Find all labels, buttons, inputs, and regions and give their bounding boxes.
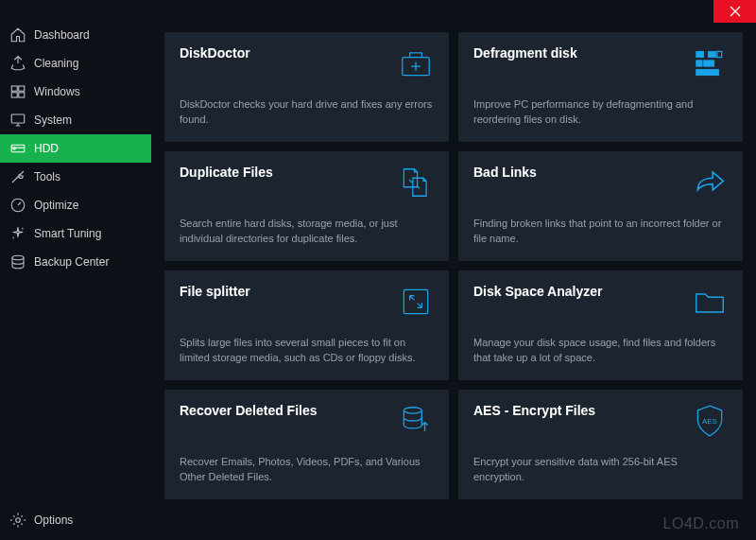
sidebar-item-label: Dashboard: [34, 28, 90, 42]
svg-rect-1: [19, 86, 25, 91]
svg-point-8: [12, 255, 24, 260]
svg-rect-13: [696, 61, 702, 66]
card-desc: Finding broken links that point to an in…: [473, 217, 728, 246]
card-desc: DiskDoctor checks your hard drive and fi…: [180, 97, 434, 127]
svg-rect-4: [11, 114, 25, 123]
svg-point-9: [16, 518, 21, 523]
svg-rect-15: [696, 69, 719, 75]
recycle-icon: [9, 55, 26, 72]
medkit-icon: [398, 45, 434, 81]
monitor-icon: [9, 112, 26, 129]
split-icon: [398, 284, 434, 320]
svg-point-18: [404, 408, 421, 413]
card-title: DiskDoctor: [180, 45, 250, 61]
card-desc: Search entire hard disks, storage media,…: [180, 217, 434, 246]
card-aes-encrypt[interactable]: AES - Encrypt Files AES Encrypt your sen…: [458, 390, 743, 499]
card-diskdoctor[interactable]: DiskDoctor DiskDoctor checks your hard d…: [164, 32, 449, 142]
card-title: Defragment disk: [473, 45, 577, 61]
gear-icon: [9, 512, 26, 529]
sidebar-item-system[interactable]: System: [0, 106, 151, 134]
sidebar-item-label: Optimize: [34, 199, 78, 212]
sparkle-icon: [9, 225, 26, 242]
gauge-icon: [9, 197, 26, 214]
svg-rect-0: [11, 86, 17, 91]
sidebar-item-cleaning[interactable]: Cleaning: [0, 49, 151, 78]
svg-text:AES: AES: [702, 417, 717, 426]
tools-icon: [9, 168, 26, 185]
share-arrow-icon: [692, 165, 728, 200]
card-desc: Manage your disk space usage, find files…: [473, 336, 728, 365]
svg-rect-3: [19, 93, 25, 97]
sidebar: Dashboard Cleaning Windows System HDD: [0, 21, 151, 540]
card-desc: Improve PC performance by defragmenting …: [473, 97, 728, 127]
card-title: Recover Deleted Files: [180, 403, 318, 418]
sidebar-item-label: Backup Center: [34, 255, 109, 269]
sidebar-item-label: Tools: [34, 170, 60, 183]
sidebar-item-optimize[interactable]: Optimize: [0, 191, 151, 219]
svg-rect-14: [704, 61, 714, 66]
sidebar-item-label: System: [34, 113, 72, 127]
watermark: LO4D.com: [663, 515, 739, 532]
close-button[interactable]: [713, 0, 756, 23]
card-title: File splitter: [180, 284, 250, 299]
database-icon: [9, 253, 26, 270]
sidebar-item-options[interactable]: Options: [0, 506, 151, 540]
card-desc: Recover Emails, Photos, Videos, PDFs, an…: [180, 455, 434, 484]
main-content: DiskDoctor DiskDoctor checks your hard d…: [151, 21, 756, 540]
sidebar-item-label: Options: [34, 514, 73, 527]
card-disk-space-analyzer[interactable]: Disk Space Analyzer Manage your disk spa…: [458, 270, 743, 380]
card-desc: Splits large files into several small pi…: [180, 336, 434, 365]
card-duplicate-files[interactable]: Duplicate Files Search entire hard disks…: [164, 151, 449, 261]
sidebar-item-backup-center[interactable]: Backup Center: [0, 248, 151, 276]
sidebar-item-smart-tuning[interactable]: Smart Tuning: [0, 219, 151, 248]
sidebar-item-label: Windows: [34, 85, 80, 98]
card-title: Duplicate Files: [180, 165, 273, 180]
card-title: Bad Links: [473, 165, 537, 180]
recover-icon: [398, 403, 434, 439]
svg-rect-16: [717, 51, 722, 57]
card-recover-deleted[interactable]: Recover Deleted Files Recover Emails, Ph…: [164, 390, 449, 499]
card-defragment[interactable]: Defragment disk Improve PC performance b…: [458, 32, 743, 142]
close-icon: [730, 6, 741, 17]
sidebar-item-label: Cleaning: [34, 57, 78, 70]
card-title: AES - Encrypt Files: [473, 403, 595, 418]
shield-aes-icon: AES: [692, 403, 728, 439]
sidebar-item-windows[interactable]: Windows: [0, 78, 151, 106]
card-file-splitter[interactable]: File splitter Splits large files into se…: [164, 270, 449, 380]
duplicate-icon: [398, 165, 434, 200]
svg-rect-17: [404, 289, 427, 313]
sidebar-item-tools[interactable]: Tools: [0, 163, 151, 191]
home-icon: [9, 26, 26, 44]
hdd-icon: [9, 140, 26, 157]
card-bad-links[interactable]: Bad Links Finding broken links that poin…: [458, 151, 743, 261]
folder-icon: [692, 284, 728, 320]
sidebar-item-hdd[interactable]: HDD: [0, 134, 151, 163]
card-title: Disk Space Analyzer: [473, 284, 602, 299]
svg-rect-2: [11, 93, 17, 97]
svg-rect-12: [708, 51, 715, 57]
defrag-icon: [692, 45, 728, 81]
windows-icon: [9, 83, 26, 100]
sidebar-item-label: Smart Tuning: [34, 227, 101, 240]
sidebar-item-dashboard[interactable]: Dashboard: [0, 21, 151, 49]
card-desc: Encrypt your sensitive data with 256-bit…: [473, 455, 728, 484]
sidebar-item-label: HDD: [34, 142, 59, 155]
svg-rect-11: [696, 51, 704, 57]
